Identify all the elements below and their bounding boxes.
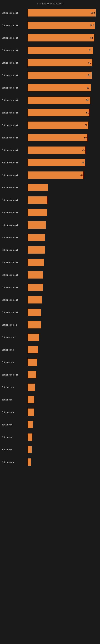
bar-value: 51 (86, 112, 89, 114)
bar-row: Bottleneck result (1, 219, 99, 231)
bar (28, 458, 31, 466)
bar-value: 51. (89, 49, 92, 52)
bar-label: Bottleneck result (1, 86, 28, 89)
bar-wrapper (28, 196, 99, 204)
bar-label: Bottleneck result (1, 374, 28, 376)
bar-row: Bottleneck result51. (1, 44, 99, 56)
bar-row: Bottleneck n (1, 406, 99, 418)
bar-row: Bottleneck result52. (1, 32, 99, 44)
bar-row: Bottleneck n (1, 456, 99, 468)
site-title: TheBottlenecker.com (37, 2, 63, 5)
bar-wrapper (28, 271, 99, 278)
bar-wrapper: 50 (28, 134, 99, 141)
bar-value: 52.6 (90, 24, 94, 26)
bar-label: Bottleneck result (1, 37, 28, 39)
bar-wrapper: 50 (28, 122, 99, 129)
bar-row: Bottleneck res (1, 331, 99, 343)
bar: 49 (28, 146, 85, 154)
bar-wrapper: 51. (28, 59, 99, 66)
bar-wrapper (28, 359, 99, 366)
bar-label: Bottleneck result (1, 299, 28, 301)
bar-row: Bottleneck result51 (1, 107, 99, 119)
bar-label: Bottleneck n (1, 411, 28, 413)
bar (28, 434, 32, 441)
bar-value: 52.9 (91, 12, 95, 14)
bar-row: Bottleneck result (1, 244, 99, 256)
bar-wrapper: 51 (28, 109, 99, 116)
bar-row: Bottleneck result50 (1, 119, 99, 131)
bar-label: Bottleneck result (1, 149, 28, 151)
bar: 51. (28, 96, 90, 104)
bar-row: Bottleneck result48 (1, 169, 99, 181)
bar-wrapper (28, 408, 99, 416)
bar: 51 (28, 109, 89, 116)
bar: 51 (28, 72, 92, 79)
bar-label: Bottleneck re (1, 386, 28, 388)
bar-wrapper: 52. (28, 34, 99, 42)
bar-wrapper: 49 (28, 146, 99, 154)
bar-row: Bottleneck result51 (1, 69, 99, 81)
bar-wrapper (28, 259, 99, 266)
bar-value: 51. (88, 62, 91, 64)
bar-label: Bottleneck result (1, 186, 28, 189)
bar: 51. (28, 47, 93, 54)
bar-label: Bottleneck result (1, 236, 28, 239)
bar-label: Bottleneck result (1, 286, 28, 288)
bar-wrapper (28, 396, 99, 403)
bar (28, 184, 48, 191)
bar-label: Bottleneck result (1, 261, 28, 264)
bar-label: Bottleneck (1, 436, 28, 438)
bar (28, 384, 35, 391)
bar-label: Bottleneck res (1, 336, 28, 338)
bar-label: Bottleneck re (1, 361, 28, 364)
bar (28, 209, 47, 216)
bar: 48 (28, 172, 83, 179)
bar (28, 222, 46, 228)
bar-row: Bottleneck result (1, 294, 99, 306)
bar (28, 321, 41, 328)
bar-label: Bottleneck result (1, 99, 28, 102)
bar-value: 51. (87, 86, 90, 89)
bar-label: Bottleneck result (1, 12, 28, 14)
bar: 52.9 (28, 9, 96, 16)
bar (28, 271, 43, 278)
bar-label: Bottleneck result (1, 224, 28, 226)
bar-wrapper (28, 346, 99, 354)
bar-label: Bottleneck result (1, 24, 28, 26)
bar: 51. (28, 84, 91, 91)
bar: 49 (28, 159, 85, 166)
bar-label: Bottleneck result (1, 311, 28, 314)
bar-label: Bottleneck (1, 398, 28, 401)
bar-row: Bottleneck result (1, 281, 99, 294)
bar (28, 421, 33, 428)
bar-wrapper: 51 (28, 72, 99, 79)
bar-row: Bottleneck result (1, 369, 99, 381)
bar-wrapper (28, 246, 99, 254)
bar-wrapper (28, 296, 99, 304)
bar-row: Bottleneck result49 (1, 156, 99, 169)
bar (28, 284, 43, 291)
bar-label: Bottleneck n (1, 461, 28, 463)
bar-wrapper: 51. (28, 96, 99, 104)
bar-chart: Bottleneck result52.9Bottleneck result52… (0, 6, 100, 469)
bar-row: Bottleneck result (1, 269, 99, 281)
bar-value: 52. (90, 37, 93, 39)
bar-row: Bottleneck result49 (1, 144, 99, 156)
bar-label: Bottleneck result (1, 162, 28, 164)
bar-label: Bottleneck result (1, 136, 28, 139)
bar-label: Bottleneck (1, 448, 28, 451)
bar (28, 196, 48, 204)
bar-row: Bottleneck result51. (1, 57, 99, 69)
bar-value: 51. (86, 99, 89, 102)
bar (28, 396, 34, 403)
bar-row: Bottleneck result (1, 206, 99, 218)
bar-row: Bottleneck re (1, 344, 99, 356)
bar-value: 50 (84, 136, 87, 139)
bar-wrapper (28, 222, 99, 228)
bar-wrapper (28, 234, 99, 241)
bar: 52. (28, 34, 94, 42)
bar (28, 309, 41, 316)
bar-row: Bottleneck re (1, 356, 99, 368)
bar-wrapper: 51. (28, 47, 99, 54)
bar-row: Bottleneck (1, 394, 99, 406)
